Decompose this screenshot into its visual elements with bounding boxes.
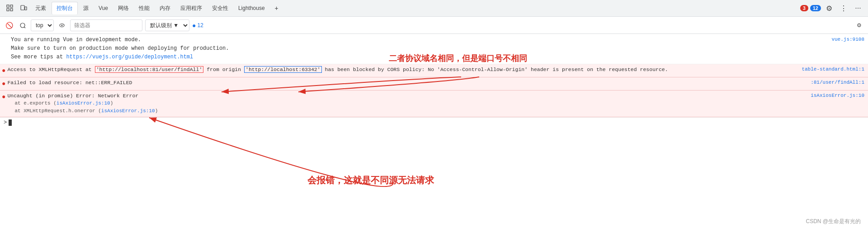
error-badge: 3 bbox=[800, 5, 808, 11]
err-failed-text: Failed to load resource: net::ERR_FAILED bbox=[7, 80, 132, 86]
context-select[interactable]: top bbox=[31, 19, 54, 31]
svg-line-7 bbox=[24, 27, 26, 28]
filter-icon[interactable] bbox=[17, 20, 28, 31]
more-icon[interactable]: ··· bbox=[852, 2, 864, 14]
cors-url2: 'http://localhost:63342' bbox=[244, 66, 322, 73]
svg-rect-1 bbox=[7, 9, 9, 11]
cors-url1: 'http://localhost:81/user/findAll' bbox=[95, 66, 204, 73]
device-icon[interactable] bbox=[17, 2, 30, 14]
customize-icon[interactable]: ⋮ bbox=[837, 2, 850, 14]
info-message-block: You are running Vue in development mode.… bbox=[0, 34, 868, 64]
menu-right: 3 12 ⚙ ⋮ ··· bbox=[800, 2, 864, 14]
cors-text-after: has been blocked by CORS policy: No 'Acc… bbox=[322, 67, 668, 72]
error-icon-3: ● bbox=[2, 92, 5, 102]
tab-vue[interactable]: Vue bbox=[94, 2, 113, 14]
info-line-2: Make sure to turn on production mode whe… bbox=[11, 45, 229, 52]
svg-rect-4 bbox=[21, 5, 24, 10]
warning-badge: 12 bbox=[810, 5, 821, 11]
info-line-3-prefix: See more tips at bbox=[11, 54, 66, 60]
cors-source-link[interactable]: table-standard.html:1 bbox=[794, 66, 864, 73]
svg-rect-2 bbox=[10, 5, 13, 7]
message-count: ● 12 bbox=[192, 22, 203, 29]
settings-gear-icon[interactable]: ⚙ bbox=[823, 2, 835, 14]
watermark: CSDN @生命是有光的 bbox=[806, 218, 861, 225]
stack-link-2[interactable]: isAxiosError.js:10 bbox=[101, 108, 155, 114]
clear-console-button[interactable]: 🚫 bbox=[4, 20, 14, 31]
menu-bar: 元素 控制台 源 Vue 网络 性能 内存 应用程序 安全性 Lighthous… bbox=[0, 0, 868, 17]
tab-performance[interactable]: 性能 bbox=[134, 2, 154, 14]
err-failed-content: Failed to load resource: net::ERR_FAILED bbox=[7, 79, 803, 86]
tab-sources[interactable]: 源 bbox=[79, 2, 93, 14]
cursor bbox=[9, 119, 12, 126]
tab-network[interactable]: 网络 bbox=[113, 2, 133, 14]
deployment-link[interactable]: https://vuejs.org/guide/deployment.html bbox=[66, 54, 193, 60]
stack-line-1-prefix: at e.exports ( bbox=[14, 100, 56, 106]
network-error-content: Uncaught (in promise) Error: Network Err… bbox=[7, 92, 803, 115]
tab-elements[interactable]: 元素 bbox=[31, 2, 51, 14]
cors-text-middle: from origin bbox=[203, 67, 244, 72]
cors-text-before: Access to XMLHttpRequest at bbox=[7, 67, 94, 72]
network-error-row: ● Uncaught (in promise) Error: Network E… bbox=[0, 91, 868, 117]
console-area: You are running Vue in development mode.… bbox=[0, 34, 868, 229]
annotation-title-2: 会报错，这就是不同源无法请求 bbox=[307, 174, 434, 186]
toolbar: 🚫 top 默认级别 ▼ ● 12 ⚙ bbox=[0, 17, 868, 34]
console-settings-icon[interactable]: ⚙ bbox=[854, 20, 864, 31]
prompt-caret: > bbox=[4, 119, 7, 126]
level-select[interactable]: 默认级别 ▼ bbox=[145, 19, 189, 31]
svg-point-9 bbox=[61, 24, 63, 26]
tab-lighthouse[interactable]: Lighthouse bbox=[234, 2, 269, 14]
info-line-1: You are running Vue in development mode. bbox=[11, 37, 141, 43]
tab-application[interactable]: 应用程序 bbox=[176, 2, 207, 14]
cors-error-content: Access to XMLHttpRequest at 'http://loca… bbox=[7, 66, 794, 73]
eye-icon[interactable] bbox=[57, 20, 67, 31]
svg-rect-5 bbox=[25, 7, 27, 10]
vue-source-link[interactable]: vue.js:9108 bbox=[824, 36, 864, 62]
network-error-source-link[interactable]: isAxiosError.js:10 bbox=[803, 92, 864, 100]
filter-input[interactable] bbox=[70, 19, 142, 31]
add-tab-icon[interactable]: + bbox=[270, 2, 283, 14]
error-icon-1: ● bbox=[2, 66, 5, 76]
error-icon-2: ● bbox=[2, 79, 5, 89]
tab-console[interactable]: 控制台 bbox=[52, 2, 78, 14]
cors-error-row: ● Access to XMLHttpRequest at 'http://lo… bbox=[0, 64, 868, 77]
err-failed-row: ● Failed to load resource: net::ERR_FAIL… bbox=[0, 77, 868, 91]
stack-line-2-prefix: at XMLHttpRequest.h.onerror ( bbox=[14, 108, 101, 114]
stacktrace: at e.exports (isAxiosError.js:10) at XML… bbox=[7, 100, 803, 115]
svg-rect-3 bbox=[10, 9, 13, 11]
tab-memory[interactable]: 内存 bbox=[155, 2, 175, 14]
tab-security[interactable]: 安全性 bbox=[208, 2, 233, 14]
svg-rect-0 bbox=[7, 5, 9, 7]
console-prompt[interactable]: > bbox=[0, 117, 868, 128]
network-error-text: Uncaught (in promise) Error: Network Err… bbox=[7, 93, 138, 99]
stack-link-1[interactable]: isAxiosError.js:10 bbox=[57, 100, 110, 106]
inspect-icon[interactable] bbox=[4, 2, 16, 14]
err-failed-source-link[interactable]: :81/user/findAll:1 bbox=[803, 79, 864, 86]
